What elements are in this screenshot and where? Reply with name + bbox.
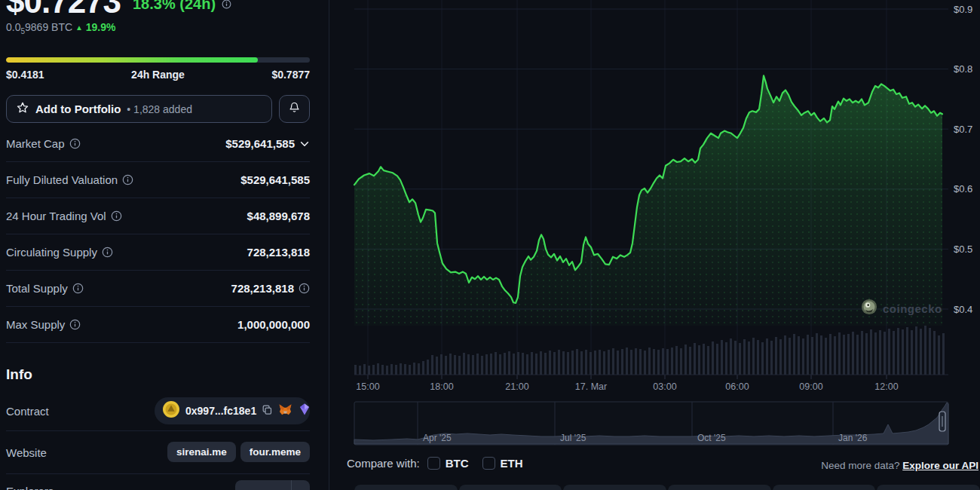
range-low: $0.4181 (6, 69, 44, 81)
stat-label: 24 Hour Trading Vol (6, 210, 106, 222)
stat-label: Market Cap (6, 137, 65, 150)
table-tab[interactable] (668, 485, 771, 490)
price-chart[interactable]: $0.9$0.8$0.7$0.6$0.5$0.415:0018:0021:001… (329, 0, 980, 490)
stat-value: $529,641,585 (240, 173, 310, 186)
btc-change: ▲ 19.9% (75, 21, 116, 33)
btc-checkbox[interactable] (427, 457, 440, 470)
divider (6, 473, 310, 474)
website-links: sirenai.me four.meme (6, 442, 310, 462)
stat-value: 728,213,818 (247, 246, 310, 259)
coingecko-coin-page: $0.7273 18.3% (24h) 0.059869 BTC ▲ 19.9%… (0, 0, 980, 490)
compare-option-eth[interactable]: ETH (482, 457, 523, 470)
copy-icon[interactable] (262, 404, 273, 418)
stat-row-total-supply: Total Supply 728,213,818 (6, 271, 310, 307)
range-labels: $0.4181 24h Range $0.7877 (6, 69, 310, 81)
stat-value: $48,899,678 (247, 210, 310, 222)
explorers-label: Explorers (6, 485, 54, 490)
divider (6, 430, 310, 431)
svg-text:12:00: 12:00 (874, 381, 898, 392)
bell-icon (288, 101, 301, 117)
stat-value: $529,641,585 (225, 137, 295, 150)
stat-row-volume: 24 Hour Trading Vol $48,899,678 (6, 198, 310, 234)
coingecko-watermark: coingecko (861, 299, 942, 318)
svg-text:$0.6: $0.6 (954, 183, 972, 194)
table-tab[interactable] (459, 485, 562, 490)
info-section-title: Info (6, 366, 32, 383)
stat-label: Max Supply (6, 318, 65, 331)
svg-text:$0.4: $0.4 (954, 304, 972, 315)
price-alert-button[interactable] (279, 95, 310, 123)
eth-checkbox[interactable] (482, 457, 495, 470)
price-series (354, 75, 942, 326)
stat-row-market-cap: Market Cap $529,641,585 (6, 126, 310, 162)
btc-price-row: 0.059869 BTC ▲ 19.9% (6, 21, 115, 35)
website-link-sirenai[interactable]: sirenai.me (167, 442, 236, 462)
volume-bars (354, 326, 945, 375)
info-icon (111, 210, 122, 222)
chevron-down-icon (292, 480, 310, 490)
info-icon (69, 138, 81, 149)
info-icon (222, 0, 231, 12)
price-chart-panel: $0.9$0.8$0.7$0.6$0.5$0.415:0018:0021:001… (329, 0, 980, 490)
svg-text:06:00: 06:00 (725, 381, 749, 392)
token-logo-icon (162, 400, 180, 421)
svg-text:Jan '26: Jan '26 (838, 433, 868, 443)
portfolio-count: • 1,828 added (127, 103, 192, 115)
metamask-icon[interactable] (278, 403, 292, 420)
api-promo: Need more data? Explore our API (821, 460, 978, 471)
explorer-select-button[interactable] (235, 480, 310, 490)
range-bar-fill (6, 57, 258, 63)
website-link-fourmeme[interactable]: four.meme (240, 442, 310, 462)
svg-text:09:00: 09:00 (799, 381, 822, 392)
coin-stats-table: Market Cap $529,641,585 Fully Diluted Va… (6, 126, 310, 343)
coin-summary-sidebar: $0.7273 18.3% (24h) 0.059869 BTC ▲ 19.9%… (0, 0, 329, 490)
star-icon (16, 101, 29, 118)
svg-text:$0.5: $0.5 (954, 243, 972, 255)
contract-address-pill[interactable]: 0x997...fc18e1 (155, 397, 310, 424)
chevron-down-icon[interactable] (299, 139, 310, 149)
price-change-24h: 18.3% (24h) (133, 0, 216, 11)
add-to-portfolio-label: Add to Portfolio (35, 103, 121, 115)
info-icon (69, 319, 81, 330)
info-icon (102, 247, 113, 258)
svg-text:Oct '25: Oct '25 (697, 433, 726, 443)
compare-row: Compare with: BTC ETH (347, 457, 529, 470)
stat-label: Total Supply (6, 282, 68, 295)
stat-row-fdv: Fully Diluted Valuation $529,641,585 (6, 162, 310, 198)
stat-value: 728,213,818 (231, 282, 294, 295)
table-tab[interactable] (877, 485, 980, 490)
wallet-gem-icon[interactable] (298, 403, 311, 419)
add-to-portfolio-button[interactable]: Add to Portfolio • 1,828 added (6, 95, 272, 123)
svg-text:18:00: 18:00 (430, 381, 453, 392)
coingecko-logo-icon (861, 299, 877, 318)
svg-text:21:00: 21:00 (505, 381, 528, 392)
svg-text:Apr '25: Apr '25 (423, 433, 452, 443)
contract-address: 0x997...fc18e1 (185, 405, 256, 417)
bottom-table-header (354, 485, 980, 490)
table-tab[interactable] (354, 485, 458, 490)
stat-label: Circulating Supply (6, 246, 97, 259)
table-tab[interactable] (563, 485, 666, 490)
btc-price-prefix: 0.0 (6, 21, 20, 33)
svg-text:Jul '25: Jul '25 (560, 433, 586, 443)
compare-label: Compare with: (347, 457, 420, 470)
table-tab[interactable] (773, 485, 876, 490)
svg-text:$0.7: $0.7 (954, 124, 972, 135)
info-icon (72, 283, 84, 294)
compare-option-btc[interactable]: BTC (427, 457, 469, 470)
info-icon (299, 283, 310, 294)
stat-row-max-supply: Max Supply 1,000,000,000 (6, 307, 310, 343)
info-icon (122, 174, 133, 185)
range-high: $0.7877 (271, 69, 310, 81)
svg-text:03:00: 03:00 (653, 381, 676, 392)
btc-price-value: 9869 BTC (25, 21, 72, 33)
svg-text:$0.8: $0.8 (954, 63, 972, 75)
range-bar (6, 57, 310, 63)
explore-api-link[interactable]: Explore our API (902, 460, 978, 471)
stat-row-circulating-supply: Circulating Supply 728,213,818 (6, 234, 310, 271)
svg-text:17. Mar: 17. Mar (575, 381, 607, 392)
svg-text:$0.9: $0.9 (954, 4, 972, 15)
coin-price: $0.7273 (6, 0, 121, 18)
chart-range-navigator[interactable]: Apr '25Jul '25Oct '25Jan '26 (354, 402, 948, 445)
range-title: 24h Range (131, 69, 185, 81)
